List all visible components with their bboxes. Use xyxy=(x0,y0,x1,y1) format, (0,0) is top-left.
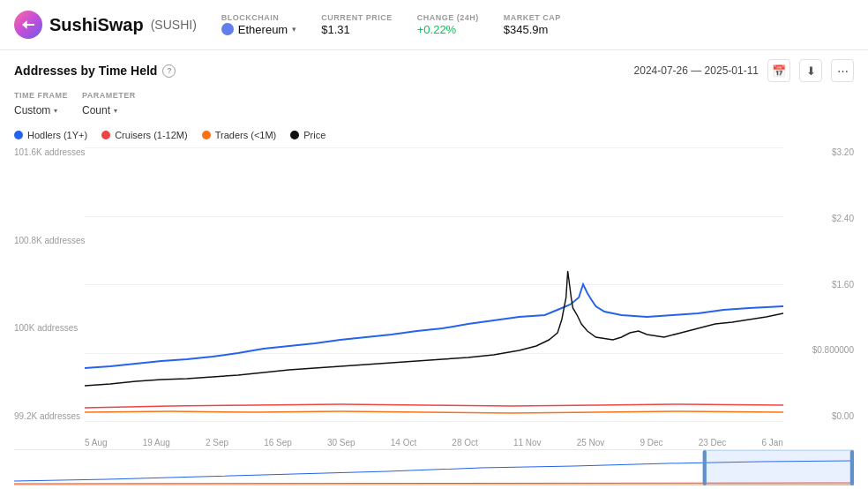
minimap-svg xyxy=(14,450,854,485)
price-label: CURRENT PRICE xyxy=(321,13,393,22)
timeframe-dropdown[interactable]: Custom ▾ xyxy=(14,102,68,119)
blockchain-stat: BLOCKCHAIN Ethereum ▾ xyxy=(221,13,296,36)
x-axis-label-6: 28 Oct xyxy=(452,438,477,448)
cruisers-line xyxy=(85,404,783,408)
legend-dot-0 xyxy=(14,131,23,139)
blockchain-value: Ethereum xyxy=(238,23,288,36)
x-axis-label-5: 14 Oct xyxy=(391,438,416,448)
traders-line xyxy=(85,411,783,413)
x-axis-label-4: 30 Sep xyxy=(327,438,355,448)
y-right-label-3: $0.800000 xyxy=(812,345,854,355)
hodlers-line xyxy=(85,284,783,368)
parameter-chevron-icon: ▾ xyxy=(114,107,117,115)
eth-icon xyxy=(221,23,234,35)
x-axis-label-11: 6 Jan xyxy=(761,438,782,448)
app-name: SushiSwap xyxy=(49,15,144,35)
legend-item-1: Cruisers (1-12M) xyxy=(101,130,188,140)
market-cap-label: MARKET CAP xyxy=(504,13,561,22)
calendar-icon-button[interactable]: 📅 xyxy=(767,59,790,82)
blockchain-selector[interactable]: Ethereum ▾ xyxy=(221,22,296,36)
legend-label-2: Traders (<1M) xyxy=(215,130,277,140)
timeframe-control: TIME FRAME Custom ▾ xyxy=(14,91,68,119)
timeframe-chevron-icon: ▾ xyxy=(54,107,57,115)
y-right-label-2: $1.60 xyxy=(812,280,854,290)
blockchain-label: BLOCKCHAIN xyxy=(221,13,296,22)
legend-dot-1 xyxy=(101,131,110,139)
info-icon[interactable]: ? xyxy=(162,64,176,78)
legend-label-3: Price xyxy=(303,130,326,140)
market-cap-value: $345.9m xyxy=(504,23,561,36)
bottom-section: Jan '21Sep '21May '22Jan '23Sep '23May '… xyxy=(14,449,854,489)
y-axis-right: $3.20$2.40$1.60$0.800000$0.00 xyxy=(812,147,854,421)
minimap-right-handle[interactable] xyxy=(850,450,854,485)
legend-dot-3 xyxy=(290,131,299,139)
legend-item-0: Hodlers (1Y+) xyxy=(14,130,87,140)
legend-label-0: Hodlers (1Y+) xyxy=(27,130,87,140)
y-left-label-2: 100K addresses xyxy=(14,323,86,333)
parameter-dropdown[interactable]: Count ▾ xyxy=(82,102,136,119)
logo-area: SushiSwap (SUSHI) xyxy=(14,11,197,39)
x-axis-label-7: 11 Nov xyxy=(513,438,542,448)
legend-item-2: Traders (<1M) xyxy=(202,130,277,140)
parameter-control: PARAMETER Count ▾ xyxy=(82,91,136,119)
parameter-label: PARAMETER xyxy=(82,91,136,100)
x-axis-label-9: 9 Dec xyxy=(640,438,662,448)
legend-label-1: Cruisers (1-12M) xyxy=(115,130,188,140)
y-axis-left: 101.6K addresses100.8K addresses100K add… xyxy=(14,147,86,421)
x-axis-label-8: 25 Nov xyxy=(577,438,605,448)
header-stats: BLOCKCHAIN Ethereum ▾ CURRENT PRICE $1.3… xyxy=(221,13,561,36)
y-right-label-4: $0.00 xyxy=(812,411,854,421)
blockchain-chevron-icon: ▾ xyxy=(292,25,296,34)
minimap-highlight-rect[interactable] xyxy=(705,450,854,485)
main-chart-svg xyxy=(85,147,783,421)
chart-legend: Hodlers (1Y+)Cruisers (1-12M)Traders (<1… xyxy=(0,126,868,147)
minimap-left-handle[interactable] xyxy=(703,450,707,485)
price-value: $1.31 xyxy=(321,23,393,36)
chart-container: 101.6K addresses100.8K addresses100K add… xyxy=(14,147,854,448)
grid-line-bottom xyxy=(85,421,783,422)
x-axis-label-2: 2 Sep xyxy=(206,438,228,448)
more-icon-button[interactable]: ⋯ xyxy=(831,59,854,82)
date-range-bar: 2024-07-26 — 2025-01-11 📅 ⬇ ⋯ xyxy=(634,59,854,82)
y-left-label-3: 99.2K addresses xyxy=(14,411,86,421)
x-axis-label-3: 16 Sep xyxy=(264,438,292,448)
page-title: Addresses by Time Held ? xyxy=(14,64,176,78)
date-range-text: 2024-07-26 — 2025-01-11 xyxy=(634,64,759,77)
timeframe-label: TIME FRAME xyxy=(14,91,68,100)
x-axis-label-1: 19 Aug xyxy=(143,438,170,448)
x-axis-label-10: 23 Dec xyxy=(699,438,727,448)
download-icon-button[interactable]: ⬇ xyxy=(799,59,822,82)
controls-bar: TIME FRAME Custom ▾ PARAMETER Count ▾ xyxy=(0,87,868,126)
y-left-label-1: 100.8K addresses xyxy=(14,236,86,245)
y-right-label-1: $2.40 xyxy=(812,214,854,223)
timeframe-value: Custom xyxy=(14,104,50,117)
change-value: +0.22% xyxy=(417,23,479,36)
legend-dot-2 xyxy=(202,131,211,139)
parameter-value: Count xyxy=(82,104,110,117)
y-left-label-0: 101.6K addresses xyxy=(14,147,86,157)
x-axis: 5 Aug19 Aug2 Sep16 Sep30 Sep14 Oct28 Oct… xyxy=(85,438,783,448)
change-stat: CHANGE (24H) +0.22% xyxy=(417,13,479,36)
legend-item-3: Price xyxy=(290,130,326,140)
market-cap-stat: MARKET CAP $345.9m xyxy=(504,13,561,36)
page-title-bar: Addresses by Time Held ? 2024-07-26 — 20… xyxy=(0,50,868,87)
page-title-text: Addresses by Time Held xyxy=(14,64,157,78)
price-stat: CURRENT PRICE $1.31 xyxy=(321,13,393,36)
change-label: CHANGE (24H) xyxy=(417,13,479,22)
app-ticker: (SUSHI) xyxy=(151,18,197,32)
y-right-label-0: $3.20 xyxy=(812,147,854,157)
app-header: SushiSwap (SUSHI) BLOCKCHAIN Ethereum ▾ … xyxy=(0,0,868,50)
app-logo-icon xyxy=(14,11,42,39)
x-axis-label-0: 5 Aug xyxy=(85,438,108,448)
